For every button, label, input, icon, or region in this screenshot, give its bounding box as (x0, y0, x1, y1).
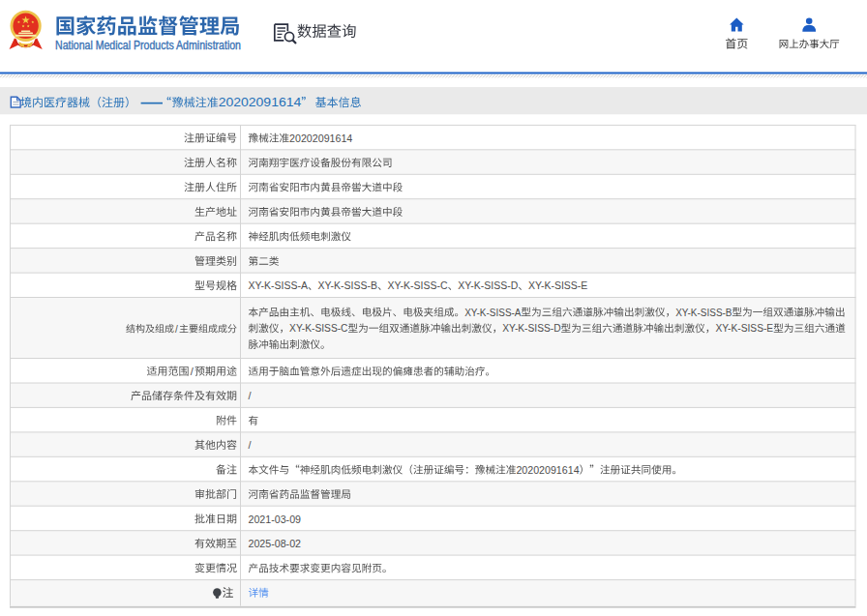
svg-text:XY-K-SISS-B: XY-K-SISS-B (675, 307, 732, 318)
svg-text:XY-K-SISS-C: XY-K-SISS-C (388, 279, 448, 291)
svg-text:XY-K-SISS-A: XY-K-SISS-A (464, 307, 522, 318)
svg-text:XY-K-SISS-E: XY-K-SISS-E (528, 279, 587, 291)
svg-text:20202091614: 20202091614 (219, 96, 302, 109)
svg-text:National Medical Products Admi: National Medical Products Administration (55, 39, 241, 52)
svg-text:/: / (249, 439, 252, 451)
svg-text:XY-K-SISS-A: XY-K-SISS-A (249, 279, 309, 291)
svg-text:20202091614: 20202091614 (516, 464, 579, 476)
svg-text:XY-K-SISS-E: XY-K-SISS-E (715, 322, 773, 334)
svg-text:20202091614: 20202091614 (289, 132, 352, 144)
svg-text:XY-K-SISS-C: XY-K-SISS-C (289, 322, 348, 334)
svg-text:2021-03-09: 2021-03-09 (249, 513, 302, 525)
svg-text:2025-08-02: 2025-08-02 (249, 538, 302, 549)
svg-text:XY-K-SISS-B: XY-K-SISS-B (318, 279, 377, 291)
svg-text:XY-K-SISS-D: XY-K-SISS-D (502, 322, 561, 334)
svg-text:/: / (249, 390, 252, 401)
svg-text:XY-K-SISS-D: XY-K-SISS-D (458, 279, 518, 291)
svg-text:/: / (175, 324, 178, 335)
